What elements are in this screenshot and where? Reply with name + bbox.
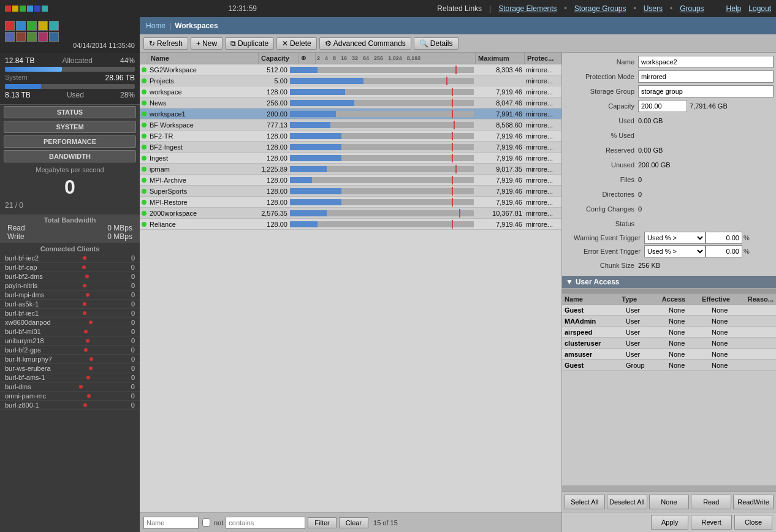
ua-row[interactable]: Guest User None None <box>562 305 776 316</box>
reserved-field-label: Reserved <box>565 146 638 154</box>
table-row[interactable]: workspace 128.00 7,919.46 mirrore... <box>140 86 561 97</box>
deselect-all-button[interactable]: Deselect All <box>607 495 647 509</box>
delete-button[interactable]: ✕ Delete <box>276 37 317 50</box>
error-trigger-val[interactable] <box>706 245 742 257</box>
performance-button[interactable]: PERFORMANCE <box>4 135 136 148</box>
table-row[interactable]: MPI-Restore 128.00 7,919.46 mirrore... <box>140 197 561 208</box>
table-row[interactable]: SG2Workspace 512.00 8,303.46 mirrore... <box>140 64 561 75</box>
bar-marker <box>452 187 453 196</box>
row-maximum: 7,919.46 <box>476 177 525 184</box>
th-capacity[interactable]: Capacity <box>259 53 299 64</box>
th-maximum[interactable]: Maximum <box>476 53 525 64</box>
ua-th-effective[interactable]: Effective <box>699 294 745 304</box>
storage-elements-link[interactable]: Storage Elements <box>498 4 557 13</box>
help-link[interactable]: Help <box>726 4 742 13</box>
read-button[interactable]: Read <box>691 495 731 509</box>
filter-name-input[interactable] <box>143 517 199 529</box>
status-dot <box>142 112 146 116</box>
ua-th-reason[interactable]: Reaso... <box>745 294 776 304</box>
row-bars <box>290 143 476 151</box>
apply-button[interactable]: Apply <box>651 515 689 530</box>
logout-link[interactable]: Logout <box>748 4 771 13</box>
th-protection[interactable]: Protec... <box>525 53 561 64</box>
icon-sq-10 <box>49 32 59 42</box>
table-row[interactable]: Ingest 128.00 7,919.46 mirrore... <box>140 153 561 164</box>
table-row[interactable]: Projects 5.00 mirrore... <box>140 75 561 86</box>
protection-field[interactable] <box>638 70 774 83</box>
duplicate-button[interactable]: ⧉ Duplicate <box>225 37 274 50</box>
ua-row[interactable]: clusteruser User None None <box>562 338 776 349</box>
table-row[interactable]: 2000workspace 2,576.35 10,367.81 mirrore… <box>140 208 561 219</box>
th-expand[interactable]: ⊕ <box>299 53 316 64</box>
status-dot <box>142 211 146 216</box>
error-trigger-select[interactable]: Used % > <box>644 245 706 257</box>
filter-not-checkbox[interactable] <box>202 519 210 526</box>
row-bars <box>290 121 476 129</box>
sq-blue <box>34 6 40 12</box>
collapse-icon[interactable]: ▼ <box>566 278 573 286</box>
client-row: burl-bf2-dms 0 <box>0 272 140 281</box>
warning-trigger-val[interactable] <box>706 232 742 244</box>
details-button[interactable]: 🔍 Details <box>414 37 458 50</box>
filter-contains-input[interactable] <box>226 517 305 529</box>
th-name[interactable]: Name <box>148 53 259 64</box>
table-row[interactable]: ipmam 1,225.89 9,017.35 mirrore... <box>140 164 561 175</box>
storage-group-field[interactable] <box>638 85 774 97</box>
detail-form: Name Protection Mode Storage Group Capac… <box>562 53 776 276</box>
ua-row[interactable]: Guest Group None None <box>562 360 776 371</box>
row-indicator <box>140 211 148 216</box>
row-maximum: 7,919.46 <box>476 188 525 195</box>
table-row[interactable]: BF2-Ingest 128.00 7,919.46 mirrore... <box>140 142 561 153</box>
name-field[interactable] <box>638 56 774 68</box>
ua-th-name[interactable]: Name <box>562 294 619 304</box>
ua-row[interactable]: airspeed User None None <box>562 327 776 338</box>
storage-groups-link[interactable]: Storage Groups <box>574 4 626 13</box>
total-bw-label: Total Bandwidth <box>5 216 135 224</box>
table-row[interactable]: workspace1 200.00 7,991.46 mirrore... <box>140 108 561 120</box>
row-bars <box>290 88 476 96</box>
groups-link[interactable]: Groups <box>680 4 704 13</box>
ua-th-access[interactable]: Access <box>660 294 699 304</box>
delete-icon: ✕ <box>282 39 288 48</box>
ua-table-header: Name Type Access Effective Reaso... <box>562 294 776 305</box>
table-row[interactable]: News 256.00 8,047.46 mirrore... <box>140 97 561 108</box>
refresh-button[interactable]: ↻ Refresh <box>143 37 188 50</box>
row-capacity: 128.00 <box>250 88 290 96</box>
nav-home-link[interactable]: Home <box>146 21 165 30</box>
row-capacity: 1,225.89 <box>250 165 290 173</box>
warning-trigger-select[interactable]: Used % > <box>644 232 706 244</box>
select-all-button[interactable]: Select All <box>565 495 605 509</box>
users-link[interactable]: Users <box>644 4 663 13</box>
ua-access: None <box>666 329 709 336</box>
table-row[interactable]: MPI-Archive 128.00 7,919.46 mirrore... <box>140 175 561 186</box>
ua-scrollbar-top[interactable] <box>562 288 776 294</box>
none-button[interactable]: None <box>649 495 690 509</box>
row-bars <box>290 176 476 184</box>
client-status-dot <box>82 265 86 269</box>
io-label: 21 / 0 <box>5 201 23 210</box>
ua-row[interactable]: MAAdmin User None None <box>562 316 776 327</box>
sq-cyan <box>27 6 33 12</box>
table-row[interactable]: BF Workspace 777.13 8,568.60 mirrore... <box>140 120 561 131</box>
system-button[interactable]: SYSTEM <box>4 121 136 133</box>
capacity-field[interactable] <box>638 100 687 112</box>
row-indicator <box>140 156 148 161</box>
bandwidth-button[interactable]: BANDWIDTH <box>4 150 136 162</box>
ua-scrollbar-bottom[interactable] <box>562 485 776 492</box>
filter-button[interactable]: Filter <box>308 517 336 528</box>
table-row[interactable]: BF2-TR 128.00 7,919.46 mirrore... <box>140 131 561 142</box>
table-row[interactable]: Reliance 128.00 7,919.46 mirrore... <box>140 219 561 230</box>
ua-th-type[interactable]: Type <box>619 294 659 304</box>
readwrite-button[interactable]: ReadWrite <box>733 495 774 509</box>
ua-name: amsuser <box>562 351 623 358</box>
clear-filter-button[interactable]: Clear <box>339 517 368 528</box>
ua-row[interactable]: amsuser User None None <box>562 349 776 360</box>
close-button[interactable]: Close <box>734 515 772 530</box>
files-field-label: Files <box>565 176 638 183</box>
advanced-commands-button[interactable]: ⚙ Advanced Commands <box>319 37 411 50</box>
new-button[interactable]: + New <box>191 37 223 50</box>
table-row[interactable]: SuperSports 128.00 7,919.46 mirrore... <box>140 186 561 197</box>
status-button[interactable]: STATUS <box>4 106 136 118</box>
client-val: 0 <box>131 273 135 280</box>
revert-button[interactable]: Revert <box>691 515 731 530</box>
